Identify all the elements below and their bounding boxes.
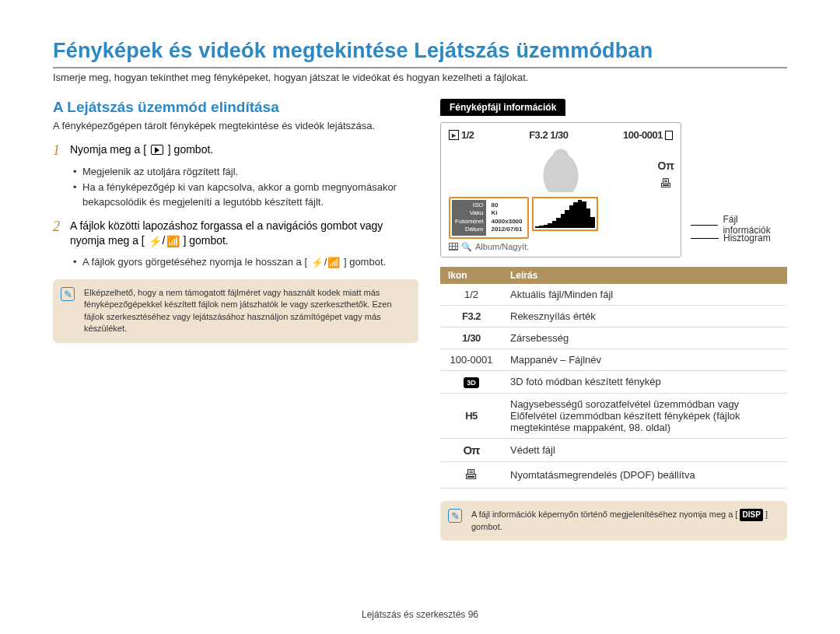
step1-pre: Nyomja meg a [ [70,143,146,156]
table-row: 1/2Aktuális fájl/Minden fájl [440,284,787,306]
note-pre: A fájl információk képernyőn történő meg… [471,510,737,519]
title-rule [53,67,787,68]
text: ] gombot. [344,256,386,268]
cell-desc: Aktuális fájl/Minden fájl [502,284,787,306]
counter-icon: ▸ [449,130,459,140]
th-icon: Ikon [440,267,502,284]
play-icon [151,145,163,155]
note-icon: ✎ [448,509,462,523]
cell-icon: H5 [465,410,478,422]
section-intro: A fényképezőgépen tárolt fényképek megte… [53,119,418,133]
step1-bullets: Megjelenik az utoljára rögzített fájl. H… [75,165,418,209]
step-1: 1 Nyomja meg a [ ] gombot. [53,142,418,159]
cell-icon: 1/30 [462,332,480,344]
step2-b: ] gombot. [183,234,228,247]
text: A fájlok gyors görgetéséhez nyomja le ho… [82,256,307,268]
cell-icon: 100-0001 [440,349,502,370]
flash-icon: ⚡ [149,234,162,250]
table-row: 🖶Nyomtatásmegrendelés (DPOF) beállítva [440,461,787,488]
cell-icon: F3.2 [462,310,481,322]
value: Ki [491,209,522,217]
step-2: 2 A fájlok közötti lapozáshoz forgassa e… [53,219,418,250]
table-row: H5Nagysebességű sorozatfelvétel üzemmódb… [440,393,787,438]
lock-icon: Oπ [657,159,674,172]
bullet: A fájlok gyors görgetéséhez nyomja le ho… [75,255,418,270]
step1-post: ] gombot. [168,143,213,156]
cell-desc: Nyomtatásmegrendelés (DPOF) beállítva [502,461,787,488]
callout-histogram: Hisztogram [691,233,771,243]
bullet: Ha a fényképezőgép ki van kapcsolva, akk… [75,180,418,208]
note-text: Elképzelhető, hogy a nem támogatott fájl… [84,288,392,333]
table-row: 3D3D fotó módban készített fénykép [440,370,787,393]
printer-icon: 🖶 [660,177,672,191]
intro-text: Ismerje meg, hogyan tekinthet meg fényké… [53,72,787,83]
flash-icon: ⚡ [311,256,324,270]
camera-screen: ▸ 1/2 F3.2 1/30 100-0001 Oπ 🖶 ISO [440,122,681,257]
wifi-icon: 📶 [327,256,340,270]
cell-desc: Zársebesség [502,327,787,349]
step-number: 1 [53,142,70,159]
step2-bullets: A fájlok gyors görgetéséhez nyomja le ho… [75,255,418,270]
page-title: Fényképek és videók megtekintése Lejátsz… [53,39,787,63]
aperture: F3.2 [529,129,548,141]
lock-icon: Oπ [463,443,479,457]
wifi-icon: 📶 [166,234,180,250]
label: Dátum [455,226,483,233]
note-icon: ✎ [61,287,75,301]
table-row: OπVédett fájl [440,438,787,461]
label: Fotóméret [455,218,483,226]
histogram-box [532,197,598,231]
callout-text: Hisztogram [723,233,771,243]
cell-desc: Rekesznyílás érték [502,305,787,327]
photo-placeholder [537,145,584,192]
slash: / [163,234,166,247]
folder-file: 100-0001 [623,129,663,141]
label: Vaku [455,209,483,217]
cell-desc: Nagysebességű sorozatfelvétel üzemmódban… [502,393,787,438]
info-pill: Fényképfájl információk [440,99,565,116]
grid-icon [449,243,458,250]
page-footer: Lejátszás és szerkesztés 96 [0,609,840,620]
label: ISO [455,201,483,209]
disp-icon: DISP [740,509,762,521]
value: 2012/07/01 [491,226,522,233]
note-box: ✎ Elképzelhető, hogy a nem támogatott fá… [53,279,418,343]
bullet: Megjelenik az utoljára rögzített fájl. [75,165,418,179]
cell-desc: Mappanév – Fájlnév [502,349,787,370]
file-info-box: ISO Vaku Fotóméret Dátum 80 Ki 4000x3000… [449,197,529,239]
value: 80 [491,201,522,209]
three-d-icon: 3D [464,377,479,388]
cell-icon: 1/2 [440,284,502,306]
value: 4000x3000 [491,218,522,226]
table-row: 1/30Zársebesség [440,327,787,349]
th-desc: Leírás [502,267,787,284]
zoom-icon: 🔍 [461,242,472,252]
section-title: A Lejátszás üzemmód elindítása [53,99,418,116]
shutter: 1/30 [550,129,568,141]
table-row: 100-0001Mappanév – Fájlnév [440,349,787,370]
step-number: 2 [53,219,70,250]
note-box: ✎ A fájl információk képernyőn történő m… [440,501,787,541]
screen-bottom-text: Album/Nagyít. [475,242,529,251]
table-row: F3.2Rekesznyílás érték [440,305,787,327]
printer-icon: 🖶 [464,467,478,483]
icon-table: Ikon Leírás 1/2Aktuális fájl/Minden fájl… [440,267,787,489]
cell-desc: Védett fájl [502,438,787,461]
card-icon [665,131,673,140]
cell-desc: 3D fotó módban készített fénykép [502,370,787,393]
counter: 1/2 [461,129,474,141]
